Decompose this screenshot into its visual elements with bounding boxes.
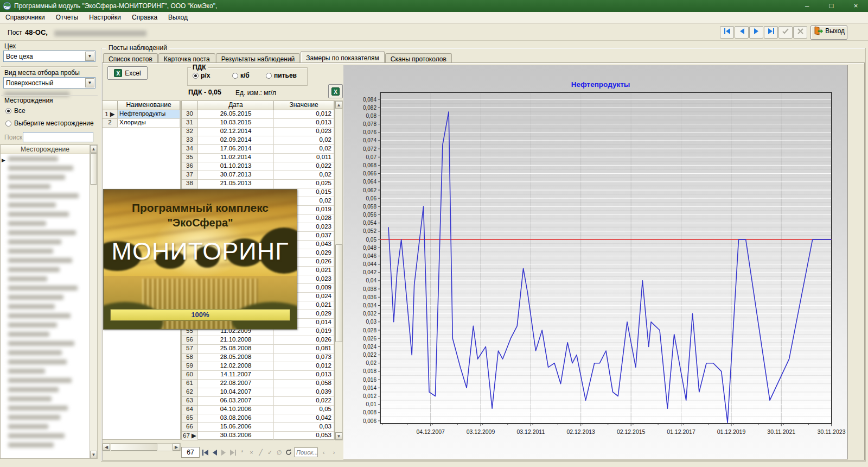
measurement-row[interactable]: 6210.04.20070,039 — [182, 388, 334, 397]
nav-last-icon[interactable] — [228, 447, 238, 458]
nav-insert-icon[interactable]: * — [238, 447, 247, 458]
pdk-option-[interactable]: р/х — [193, 72, 210, 79]
menu-item-2[interactable]: Отчеты — [50, 12, 84, 23]
nav-first-icon[interactable] — [201, 447, 210, 458]
measurement-row[interactable]: 5828.05.20080,073 — [182, 354, 334, 362]
measurement-row[interactable]: 5621.10.20080,026 — [182, 336, 334, 345]
measurement-date: 15.06.2006 — [198, 423, 274, 432]
radio-select-field[interactable]: Выберите месторождение — [5, 119, 94, 127]
measurement-row[interactable]: 3601.10.20130,022 — [182, 162, 334, 171]
measurement-row[interactable]: 3026.05.20150,012 — [182, 110, 334, 119]
indicator-grid-header[interactable]: Наименование — [118, 101, 180, 110]
measurements-scrollbar[interactable]: ▲ ▼ — [335, 100, 343, 440]
field-list-item — [1, 339, 90, 348]
measurement-row[interactable]: 3302.09.20140,02 — [182, 136, 334, 145]
sample-type-dropdown[interactable]: Поверхностный ▼ — [3, 77, 95, 89]
value-column-header[interactable]: Значение — [274, 101, 334, 110]
redacted-field-name — [8, 350, 62, 355]
measurement-row[interactable]: 6404.10.20060,05 — [182, 406, 334, 414]
chevron-down-icon[interactable]: ▼ — [85, 52, 94, 61]
field-list-header[interactable]: Месторождение — [0, 144, 90, 154]
measurement-row[interactable]: 67 ▶30.03.20060,053 — [182, 432, 334, 440]
svg-text:02.12.2015: 02.12.2015 — [617, 428, 646, 435]
next-record-button[interactable] — [749, 26, 763, 39]
menu-item-1[interactable]: Справочники — [0, 12, 50, 23]
scroll-left-icon[interactable]: ◀ — [103, 444, 110, 451]
cancel-edit-button[interactable] — [793, 26, 807, 39]
indicator-row[interactable]: 2Хлориды — [103, 119, 180, 128]
grid-search-input[interactable] — [294, 447, 318, 457]
measurement-row[interactable]: 5912.02.20080,012 — [182, 362, 334, 371]
redacted-field-name — [8, 304, 55, 309]
redacted-field-name — [8, 175, 65, 180]
pdk-option-label: р/х — [201, 72, 210, 79]
nav-edit-icon[interactable]: ╱ — [256, 447, 265, 458]
excel-export-chart-button[interactable]: X — [328, 84, 343, 98]
menu-item-4[interactable]: Справка — [126, 12, 163, 23]
field-list[interactable] — [0, 154, 90, 459]
svg-text:03.12.2011: 03.12.2011 — [517, 428, 545, 435]
measurement-row[interactable]: 6014.11.20070,013 — [182, 371, 334, 380]
nav-cancel-icon[interactable]: ∅ — [275, 447, 284, 458]
menu-item-5[interactable]: Выход — [163, 12, 193, 23]
redacted-field-name — [8, 267, 60, 272]
post-edit-button[interactable] — [778, 26, 793, 39]
measurement-row[interactable]: 3730.07.20130,02 — [182, 171, 334, 180]
measurement-row[interactable]: 3202.12.20140,023 — [182, 128, 334, 136]
measurement-row[interactable]: 3821.05.20130,025 — [182, 180, 334, 188]
date-column-header[interactable]: Дата — [198, 101, 274, 110]
radio-dot — [232, 73, 238, 79]
measurement-row[interactable]: 3511.02.20140,011 — [182, 154, 334, 162]
scroll-down-icon[interactable]: ▼ — [335, 432, 342, 440]
menu-item-3[interactable]: Настройки — [84, 12, 126, 23]
field-list-item — [1, 247, 90, 256]
measurement-row[interactable]: 6122.08.20070,058 — [182, 380, 334, 388]
row-number: 1 ▶ — [103, 110, 118, 119]
close-button[interactable]: × — [844, 0, 868, 12]
pdk-group-label: ПДК — [191, 64, 208, 71]
workshop-dropdown[interactable]: Все цеха ▼ — [3, 51, 95, 62]
scrollbar-thumb[interactable] — [335, 244, 342, 342]
field-list-scrollbar[interactable]: ▲ ▼ — [90, 144, 98, 459]
measurement-row[interactable]: 6306.03.20070,022 — [182, 397, 334, 406]
excel-button-label: Excel — [125, 70, 141, 77]
field-list-item — [1, 440, 90, 450]
pdk-option-[interactable]: к/б — [232, 72, 250, 79]
nav-delete-icon[interactable]: × — [247, 447, 256, 458]
exit-button[interactable]: Выход — [810, 26, 847, 40]
nav-prior-icon[interactable] — [210, 447, 219, 458]
search-next-icon[interactable]: › — [329, 447, 339, 458]
excel-export-button[interactable]: X Excel — [107, 66, 148, 80]
scrollbar-thumb[interactable] — [90, 153, 97, 185]
search-prev-icon[interactable]: ‹ — [319, 447, 328, 458]
prior-record-button[interactable] — [735, 26, 749, 39]
measurement-row[interactable]: 3417.06.20140,02 — [182, 145, 334, 154]
scrollbar-thumb[interactable] — [111, 444, 157, 451]
measurement-row[interactable]: 3110.03.20150,013 — [182, 119, 334, 128]
first-record-button[interactable] — [720, 26, 734, 39]
measurement-row[interactable]: 5725.08.20080,081 — [182, 345, 334, 354]
scroll-up-icon[interactable]: ▲ — [335, 101, 342, 109]
maximize-button[interactable]: □ — [819, 0, 844, 12]
measurement-date: 02.09.2014 — [198, 136, 274, 145]
field-list-item — [1, 385, 90, 394]
svg-text:0,008: 0,008 — [363, 409, 376, 415]
pdk-option-[interactable]: питьев — [266, 72, 297, 79]
indicator-grid-hscrollbar[interactable]: ◀ ▶ — [102, 443, 181, 451]
nav-next-icon[interactable] — [219, 447, 228, 458]
indicator-row[interactable]: 1 ▶Нефтепродукты — [103, 110, 180, 119]
radio-all-fields[interactable]: Все — [5, 107, 25, 115]
field-search-input[interactable] — [23, 132, 93, 142]
scroll-down-icon[interactable]: ▼ — [90, 451, 97, 458]
nav-post-icon[interactable]: ✓ — [265, 447, 275, 458]
row-number: 35 — [182, 154, 198, 162]
scroll-right-icon[interactable]: ▶ — [173, 444, 180, 451]
measurement-row[interactable]: 6615.06.20060,03 — [182, 423, 334, 432]
minimize-button[interactable]: – — [795, 0, 819, 12]
exit-door-icon — [813, 26, 824, 35]
chevron-down-icon[interactable]: ▼ — [85, 78, 94, 87]
scroll-up-icon[interactable]: ▲ — [90, 145, 97, 153]
last-record-button[interactable] — [764, 26, 778, 39]
measurement-row[interactable]: 6503.08.20060,042 — [182, 414, 334, 423]
nav-refresh-icon[interactable] — [284, 447, 293, 458]
